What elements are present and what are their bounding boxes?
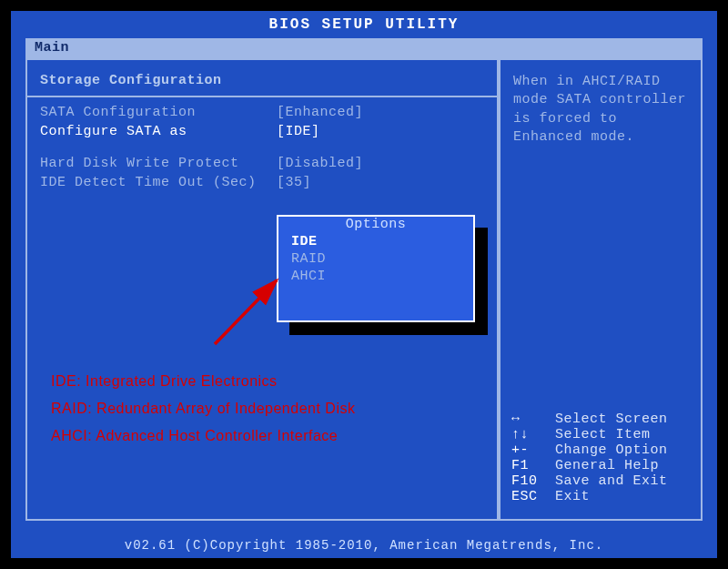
label: Configure SATA as (40, 124, 277, 139)
help-panel: When in AHCI/RAID mode SATA controller i… (499, 58, 703, 521)
divider (27, 96, 497, 97)
row-hd-write-protect[interactable]: Hard Disk Write Protect [Disabled] (27, 154, 497, 173)
bios-footer: v02.61 (C)Copyright 1985-2010, American … (11, 538, 717, 553)
kh-select-item: ↑↓Select Item (511, 427, 690, 442)
option-ide[interactable]: IDE (291, 233, 460, 250)
label: IDE Detect Time Out (Sec) (40, 175, 277, 190)
section-title: Storage Configuration (27, 60, 497, 96)
label: SATA Configuration (40, 105, 277, 120)
kh-exit: ESCExit (511, 489, 690, 504)
annotation-ide: IDE: Integrated Drive Electronics (51, 373, 278, 390)
row-configure-sata-as[interactable]: Configure SATA as [IDE] (27, 122, 497, 141)
label: Hard Disk Write Protect (40, 156, 277, 171)
row-sata-configuration[interactable]: SATA Configuration [Enhanced] (27, 103, 497, 122)
annotation-raid: RAID: Redundant Array of Independent Dis… (51, 401, 355, 417)
tab-main[interactable]: Main (25, 38, 78, 57)
help-text: When in AHCI/RAID mode SATA controller i… (500, 60, 701, 159)
kh-change-option: +-Change Option (511, 442, 690, 458)
value: [Disabled] (277, 156, 484, 171)
value: [Enhanced] (277, 105, 484, 120)
key-help: ↔Select Screen ↑↓Select Item +-Change Op… (500, 402, 701, 519)
kh-select-screen: ↔Select Screen (511, 412, 690, 427)
option-ahci[interactable]: AHCI (291, 268, 460, 285)
popup-title: Options (278, 217, 473, 232)
value: [IDE] (277, 124, 484, 139)
kh-general-help: F1General Help (511, 458, 690, 473)
options-popup: Options IDE RAID AHCI (277, 215, 475, 322)
row-ide-detect-timeout[interactable]: IDE Detect Time Out (Sec) [35] (27, 173, 497, 192)
app-title: BIOS SETUP UTILITY (11, 16, 717, 33)
tab-strip: Main (25, 38, 703, 58)
option-raid[interactable]: RAID (291, 250, 460, 268)
value: [35] (277, 175, 484, 190)
kh-save-exit: F10Save and Exit (511, 473, 690, 489)
annotation-ahci: AHCI: Advanced Host Controller Interface (51, 428, 338, 444)
